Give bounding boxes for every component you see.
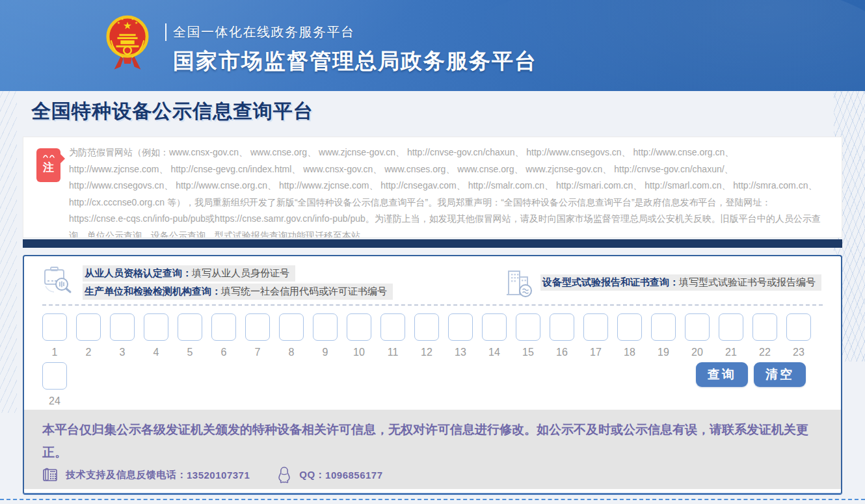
code-cell-number: 18	[617, 346, 642, 358]
search-button[interactable]: 查询	[696, 362, 748, 387]
code-cell-number: 6	[211, 346, 236, 358]
code-cell-number: 23	[786, 346, 811, 358]
code-cell-number: 17	[583, 346, 608, 358]
code-cell-number: 7	[245, 346, 270, 358]
code-cell-unit: 15	[516, 313, 540, 358]
clear-button[interactable]: 清空	[754, 362, 806, 387]
code-cell-unit: 4	[144, 313, 168, 358]
fax-phone-icon	[42, 468, 58, 482]
qq-label: QQ：	[299, 469, 325, 481]
disclaimer-text: 本平台仅归集公示各级发证机关颁发的特种设备相关许可信息，无权对许可信息进行修改。…	[42, 418, 823, 464]
bottom-dashed-line	[0, 499, 865, 500]
code-entry-area: 123456789101112131415161718192021222324 …	[42, 313, 823, 407]
code-cell-input[interactable]	[752, 313, 777, 341]
qq-group: QQ： 1096856177	[277, 466, 382, 483]
agency-platform-title: 国家市场监督管理总局政务服务平台	[165, 47, 537, 76]
unit-query-hint: 填写统一社会信用代码或许可证书编号	[221, 285, 387, 297]
contact-row: 技术支持及信息反馈电话： 13520107371 QQ： 1096856177	[42, 466, 823, 483]
building-search-icon	[505, 267, 533, 298]
page-title: 全国特种设备公示信息查询平台	[31, 98, 313, 125]
code-cell-unit: 16	[550, 313, 574, 358]
code-cell-input[interactable]	[380, 313, 405, 341]
notice-badge-icon: 注	[36, 148, 60, 182]
code-cell-input[interactable]	[550, 313, 574, 341]
code-cell-number: 11	[380, 346, 405, 358]
site-header: ★ ★ ★ ★ 全国一体化在线政务服务平台 国家市场监督管理总局政务服务平台	[0, 0, 865, 91]
code-cell-number: 12	[414, 346, 439, 358]
code-cell-number: 20	[685, 346, 710, 358]
device-query-label-chip: 设备型式试验报告和证书查询：填写型式试验证书号或报告编号	[540, 274, 821, 291]
code-cell-unit: 8	[279, 313, 304, 358]
person-query-label: 从业人员资格认定查询：	[85, 267, 192, 278]
code-cell-input[interactable]	[786, 313, 811, 341]
code-cell-number: 9	[313, 346, 338, 358]
code-cell-number: 15	[516, 346, 540, 358]
notice-text: 为防范假冒网站（例如：www.cnsx-gov.cn、 www.cnse.org…	[69, 137, 842, 238]
code-cell-input[interactable]	[313, 313, 338, 341]
code-cell-unit: 5	[178, 313, 202, 358]
code-cell-input[interactable]	[719, 313, 743, 341]
code-cell-unit: 18	[617, 313, 642, 358]
code-cell-input[interactable]	[651, 313, 676, 341]
code-cell-input[interactable]	[279, 313, 304, 341]
unit-query-label-chip: 生产单位和检验检测机构查询：填写统一社会信用代码或许可证书编号	[83, 284, 393, 300]
code-cell-input[interactable]	[76, 313, 101, 341]
code-cell-unit: 3	[110, 313, 135, 358]
code-cell-number: 14	[482, 346, 507, 358]
dashed-divider	[42, 304, 823, 306]
code-cell-input[interactable]	[178, 313, 202, 341]
code-cell-input[interactable]	[617, 313, 642, 341]
navy-divider-bar	[23, 239, 842, 248]
device-query-label: 设备型式试验报告和证书查询：	[542, 276, 679, 287]
squint-face-icon	[42, 153, 56, 159]
national-emblem-icon: ★ ★ ★ ★	[105, 8, 150, 75]
code-cell-number: 24	[42, 395, 67, 407]
code-cell-unit: 6	[211, 313, 236, 358]
code-cell-unit: 12	[414, 313, 439, 358]
code-cell-input[interactable]	[516, 313, 540, 341]
code-cell-input[interactable]	[448, 313, 473, 341]
unit-query-label: 生产单位和检验检测机构查询：	[85, 285, 221, 297]
person-query-label-chip: 从业人员资格认定查询：填写从业人员身份证号	[83, 265, 295, 282]
code-cell-input[interactable]	[110, 313, 135, 341]
code-cell-input[interactable]	[42, 313, 67, 341]
code-cell-unit: 11	[380, 313, 405, 358]
phone-number: 13520107371	[187, 470, 250, 481]
device-query-group: 设备型式试验报告和证书查询：填写型式试验证书号或报告编号	[505, 267, 821, 298]
code-cell-unit: 24	[42, 362, 67, 407]
code-cell-input[interactable]	[482, 313, 507, 341]
code-cell-unit: 22	[752, 313, 777, 358]
code-cell-number: 10	[347, 346, 371, 358]
code-cell-input[interactable]	[42, 362, 67, 390]
svg-text:★: ★	[117, 21, 120, 25]
code-cell-number: 5	[178, 346, 202, 358]
action-buttons: 查询 清空	[696, 362, 806, 387]
code-cell-unit: 19	[651, 313, 676, 358]
phone-label: 技术支持及信息反馈电话：	[66, 469, 187, 481]
qq-penguin-icon	[277, 466, 291, 483]
code-cell-input[interactable]	[414, 313, 439, 341]
code-cell-unit: 21	[719, 313, 743, 358]
code-cell-number: 19	[651, 346, 676, 358]
code-cell-input[interactable]	[583, 313, 608, 341]
code-cell-number: 2	[76, 346, 101, 358]
code-cell-input[interactable]	[347, 313, 371, 341]
svg-text:★: ★	[135, 21, 138, 25]
notice-badge-label: 注	[36, 161, 60, 174]
code-cell-input[interactable]	[245, 313, 270, 341]
anti-fake-notice-panel: 注 为防范假冒网站（例如：www.cnsx-gov.cn、 www.cnse.o…	[23, 137, 842, 238]
code-cell-number: 8	[279, 346, 304, 358]
code-cell-number: 22	[752, 346, 777, 358]
code-cell-input[interactable]	[685, 313, 710, 341]
query-panel: 从业人员资格认定查询：填写从业人员身份证号 生产单位和检验检测机构查询：填写统一…	[23, 255, 842, 495]
svg-text:★: ★	[121, 17, 124, 21]
code-cell-unit: 2	[76, 313, 101, 358]
code-cell-input[interactable]	[211, 313, 236, 341]
code-cell-input[interactable]	[144, 313, 168, 341]
device-query-hint: 填写型式试验证书号或报告编号	[679, 276, 816, 287]
code-cell-number: 21	[719, 346, 743, 358]
code-cell-number: 3	[110, 346, 135, 358]
qq-number: 1096856177	[325, 470, 382, 481]
code-cell-unit: 1	[42, 313, 67, 358]
footer-panel: 本平台仅归集公示各级发证机关颁发的特种设备相关许可信息，无权对许可信息进行修改。…	[24, 410, 841, 489]
